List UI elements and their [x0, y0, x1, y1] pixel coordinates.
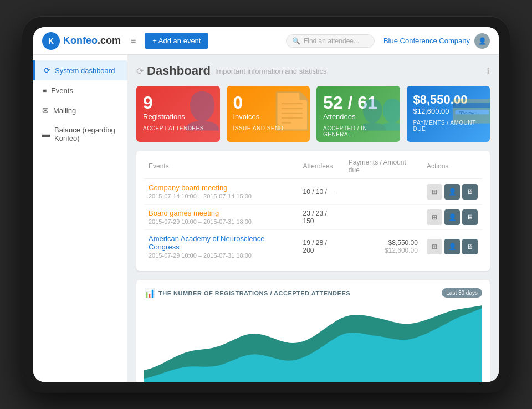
- sidebar-item-label: System dashboard: [55, 67, 115, 75]
- search-box[interactable]: 🔍 Find an attendee...: [286, 34, 375, 48]
- avatar[interactable]: 👤: [474, 33, 490, 49]
- grid-action-button[interactable]: ⊞: [427, 239, 442, 254]
- page-header: ⟳ Dashboard Important information and st…: [136, 64, 490, 78]
- event-cell: Company board meeting2015-07-14 10:00 – …: [144, 179, 299, 204]
- chart-header: 📊 THE NUMBER OF REGISTRATIONS / ACCEPTED…: [144, 288, 482, 298]
- table-row: Company board meeting2015-07-14 10:00 – …: [144, 179, 482, 204]
- event-cell: Board games meeting2015-07-29 10:00 – 20…: [144, 204, 299, 230]
- invoices-bottom: ISSUE AND SEND: [233, 125, 304, 131]
- logo-avatar: K: [42, 32, 60, 50]
- stat-card-attendees[interactable]: 👥 52 / 61 Attendees ACCEPTED / IN GENERA…: [316, 86, 400, 142]
- content-area: ⟳ Dashboard Important information and st…: [127, 55, 499, 382]
- payments-cell: [344, 179, 422, 204]
- event-name-link[interactable]: Board games meeting: [149, 209, 294, 217]
- main-area: ⟳ System dashboard ≡ Events ✉ Mailing ▬ …: [33, 55, 499, 382]
- dashboard-refresh-icon: ⟳: [136, 66, 144, 76]
- event-date: 2015-07-14 10:00 – 2015-07-14 15:00: [149, 193, 294, 200]
- screen-action-button[interactable]: 🖥: [462, 209, 478, 225]
- events-table: Events Attendees Payments / Amount due A…: [144, 159, 482, 263]
- actions-cell: ⊞ 👤 🖥: [422, 204, 482, 230]
- user-name: Blue Conference Company: [383, 37, 470, 45]
- user-area: Blue Conference Company 👤: [383, 33, 490, 49]
- attendees-cell: 10 / 10 / —: [299, 179, 344, 204]
- actions-cell: ⊞ 👤 🖥: [422, 230, 482, 264]
- event-date: 2015-07-29 10:00 – 2015-07-31 18:00: [149, 252, 294, 259]
- search-icon: 🔍: [292, 37, 300, 45]
- sidebar-item-label: Mailing: [53, 106, 76, 115]
- sidebar: ⟳ System dashboard ≡ Events ✉ Mailing ▬ …: [33, 55, 127, 382]
- topbar: K Konfeo.com ≡ + Add an event 🔍 Find an …: [33, 27, 499, 55]
- event-name-link[interactable]: American Academy of Neuroscience Congres…: [149, 234, 294, 251]
- payments-cell: [344, 204, 422, 230]
- registrations-bottom: ACCEPT ATTENDEES: [143, 125, 213, 131]
- attendees-cell: 23 / 23 / 150: [299, 204, 344, 230]
- screen-action-button[interactable]: 🖥: [462, 239, 478, 254]
- stat-cards: 👤 9 Registrations ACCEPT ATTENDEES 📄 0 I…: [136, 86, 490, 142]
- event-name-link[interactable]: Company board meeting: [149, 183, 294, 192]
- col-actions: Actions: [422, 159, 482, 179]
- sidebar-item-balance[interactable]: ▬ Balance (regarding Konfeo): [33, 120, 127, 148]
- stat-card-registrations[interactable]: 👤 9 Registrations ACCEPT ATTENDEES: [136, 86, 220, 142]
- logo-area: K Konfeo.com ≡: [42, 32, 136, 50]
- mailing-icon: ✉: [42, 106, 49, 115]
- stat-card-invoices[interactable]: 📄 0 Invoices ISSUE AND SEND: [227, 86, 310, 142]
- sidebar-item-label: Balance (regarding Konfeo): [54, 126, 118, 142]
- payments-bottom: PAYMENTS / AMOUNT DUE: [413, 120, 484, 132]
- dashboard-icon: ⟳: [44, 66, 50, 75]
- user-action-button[interactable]: 👤: [444, 184, 460, 200]
- chart-icon: 📊: [144, 288, 155, 298]
- balance-icon: ▬: [42, 130, 50, 139]
- sidebar-item-mailing[interactable]: ✉ Mailing: [33, 100, 127, 120]
- stat-card-payments[interactable]: 💳 $8,550.00 $12,600.00 PAYMENTS / AMOUNT…: [407, 86, 490, 142]
- table-row: American Academy of Neuroscience Congres…: [144, 230, 482, 264]
- sidebar-item-events[interactable]: ≡ Events: [33, 80, 127, 100]
- attendees-bottom: ACCEPTED / IN GENERAL: [323, 125, 393, 137]
- attendees-cell: 19 / 28 / 200: [299, 230, 344, 264]
- sidebar-item-label: Events: [51, 86, 73, 95]
- col-events: Events: [144, 159, 299, 179]
- screen-action-button[interactable]: 🖥: [462, 184, 478, 200]
- logo-text: Konfeo.com: [63, 35, 121, 47]
- search-placeholder: Find an attendee...: [304, 37, 359, 45]
- user-action-button[interactable]: 👤: [444, 209, 460, 225]
- table-row: Board games meeting2015-07-29 10:00 – 20…: [144, 204, 482, 230]
- col-payments: Payments / Amount due: [344, 159, 422, 179]
- chart-card: 📊 THE NUMBER OF REGISTRATIONS / ACCEPTED…: [136, 280, 490, 382]
- page-title: Dashboard: [147, 64, 211, 78]
- events-icon: ≡: [42, 86, 47, 95]
- actions-cell: ⊞ 👤 🖥: [422, 179, 482, 204]
- chart-svg: [144, 304, 482, 382]
- hamburger-icon[interactable]: ≡: [131, 36, 136, 46]
- col-attendees: Attendees: [299, 159, 344, 179]
- user-action-button[interactable]: 👤: [444, 239, 460, 254]
- chart-title: THE NUMBER OF REGISTRATIONS / ACCEPTED A…: [158, 290, 350, 296]
- page-subtitle: Important information and statistics: [215, 67, 327, 75]
- info-icon[interactable]: ℹ: [487, 66, 490, 76]
- event-date: 2015-07-29 10:00 – 2015-07-31 18:00: [149, 218, 294, 225]
- chart-area: [144, 304, 482, 382]
- sidebar-item-dashboard[interactable]: ⟳ System dashboard: [33, 60, 127, 80]
- grid-action-button[interactable]: ⊞: [427, 184, 442, 200]
- grid-action-button[interactable]: ⊞: [427, 209, 442, 225]
- payments-cell: $8,550.00$12,600.00: [344, 230, 422, 264]
- events-table-card: Events Attendees Payments / Amount due A…: [136, 151, 490, 271]
- add-event-button[interactable]: + Add an event: [145, 33, 208, 49]
- event-cell: American Academy of Neuroscience Congres…: [144, 230, 299, 264]
- chart-badge[interactable]: Last 30 days: [442, 288, 482, 298]
